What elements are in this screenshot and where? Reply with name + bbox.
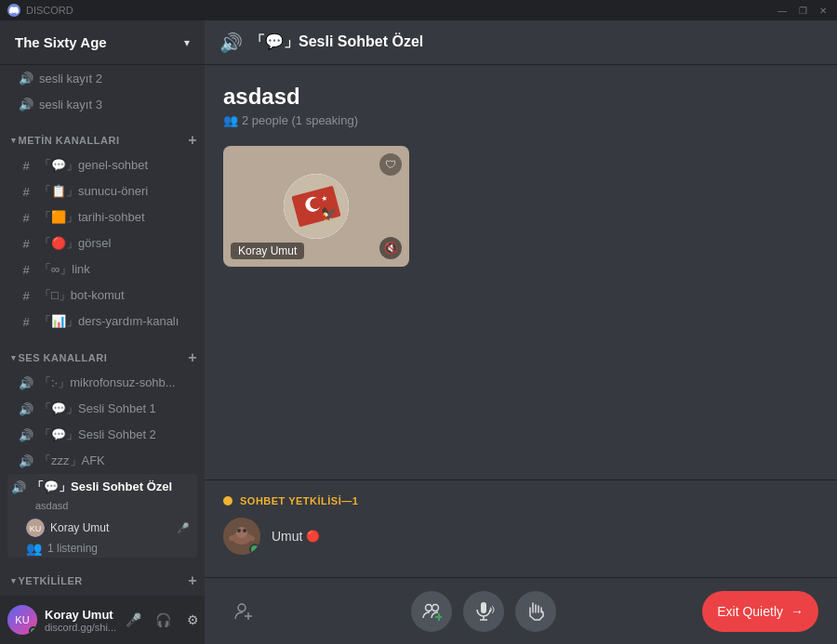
people-icon: 👥 — [223, 113, 238, 127]
voice-participant-koray[interactable]: KU Koray Umut 🎤 — [7, 517, 197, 539]
exit-arrow-icon: → — [790, 604, 804, 619]
status-username: Koray Umut — [45, 608, 116, 622]
channel-label: 「∞」link — [39, 261, 190, 278]
yetkili-channels-header[interactable]: ▾ YETKİLİLER + — [0, 558, 205, 593]
active-channel-name: 「💬」Sesli Sohbet Özel — [32, 479, 172, 495]
volume-icon: 🔊 — [19, 428, 33, 442]
sidebar: The Sixty Age ▾ 🔊 sesli kayıt 2 🔊 sesli … — [0, 20, 205, 644]
sidebar-item-gorsel[interactable]: # 「🔴」görsel — [7, 230, 197, 256]
channel-header-name: 「💬」Sesli Sohbet Özel — [250, 33, 423, 52]
active-volume-icon: 🔊 — [11, 480, 26, 494]
moderator-header: SOHBET YETKİLİSİ—1 — [223, 495, 818, 506]
mod-badge: 🔴 — [306, 530, 320, 543]
section-chevron-icon: ▾ — [11, 353, 17, 362]
volume-icon: 🔊 — [19, 98, 33, 112]
volume-icon: 🔊 — [19, 72, 33, 85]
sidebar-item-sunucu-oneri[interactable]: # 「📋」sunucu-öneri — [7, 178, 197, 204]
sidebar-item-sesli-sohbet-2[interactable]: 🔊 「💬」Sesli Sohbet 2 — [7, 422, 197, 448]
titlebar-left: DISCORD — [7, 4, 73, 17]
server-header[interactable]: The Sixty Age ▾ — [0, 20, 205, 65]
section-title: YETKİLİLER — [19, 575, 189, 586]
headset-toggle-button[interactable]: 🎧 — [150, 607, 176, 633]
sidebar-item-mikrofonsuz[interactable]: 🔊 「:·」mikrofonsuz-sohb... — [7, 370, 197, 396]
bottom-toolbar: Exit Quietly → — [205, 577, 837, 644]
listener-icon: 👥 — [26, 541, 42, 556]
raise-hand-button[interactable] — [515, 591, 556, 632]
svg-text:🦅: 🦅 — [321, 206, 338, 222]
participant-name-tag: Koray Umut — [231, 243, 304, 259]
voice-channels-header[interactable]: ▾ SES KANALLARI + — [0, 335, 205, 370]
main-content: 🔊 「💬」Sesli Sohbet Özel asdasd 👥 2 people… — [205, 20, 837, 644]
listener-label: 1 listening — [47, 542, 98, 555]
voice-participant-listener[interactable]: 👥 1 listening — [7, 539, 197, 558]
svg-point-13 — [243, 529, 246, 532]
channel-label: 「🔴」görsel — [39, 235, 190, 252]
svg-point-11 — [236, 527, 247, 538]
hash-icon: # — [19, 237, 33, 251]
toolbar-center — [411, 591, 556, 632]
mod-username: Umut — [272, 529, 302, 544]
hash-icon: # — [19, 211, 33, 225]
restore-button[interactable]: ❐ — [796, 6, 809, 16]
participant-avatar: KU — [26, 519, 45, 537]
participant-mute-icon: 🔇 — [379, 237, 402, 259]
svg-text:KU: KU — [30, 524, 42, 533]
add-members-button[interactable] — [411, 591, 452, 632]
user-settings-button[interactable]: ⚙ — [179, 607, 205, 633]
add-user-button[interactable] — [223, 591, 264, 632]
minimize-button[interactable]: — — [776, 6, 789, 16]
add-voice-channel-button[interactable]: + — [188, 349, 197, 366]
participant-name: Koray Umut — [238, 244, 297, 257]
mod-avatar — [223, 518, 260, 555]
svg-point-16 — [238, 604, 246, 611]
titlebar: DISCORD — ❐ ✕ — [0, 0, 837, 20]
sidebar-item-sesli-sohbet-1[interactable]: 🔊 「💬」Sesli Sohbet 1 — [7, 396, 197, 422]
hash-icon: # — [19, 315, 33, 329]
text-channels-header[interactable]: ▾ METİN KANALLARI + — [0, 117, 205, 152]
channel-label: 「□」bot-komut — [39, 287, 190, 304]
channel-label: 「📊」ders-yardım-kanalı — [39, 313, 190, 330]
participant-avatar: ★ 🦅 — [284, 174, 349, 239]
exit-quietly-button[interactable]: Exit Quietly → — [702, 591, 818, 632]
channel-label: 「:·」mikrofonsuz-sohb... — [39, 375, 190, 391]
active-voice-sublabel: asdasd — [7, 500, 197, 513]
add-yetkili-channel-button[interactable]: + — [188, 572, 197, 589]
status-tag: discord.gg/shi... — [45, 622, 116, 633]
sidebar-item-link[interactable]: # 「∞」link — [7, 256, 197, 283]
sidebar-item-sesli-kayit-2[interactable]: 🔊 sesli kayıt 2 — [7, 65, 197, 91]
sidebar-item-sesli-kayit-3[interactable]: 🔊 sesli kayıt 3 — [7, 91, 197, 117]
volume-icon: 🔊 — [19, 376, 33, 390]
channel-label: sesli kayıt 2 — [39, 72, 190, 85]
mic-toggle-button[interactable]: 🎤 — [120, 607, 146, 633]
hash-icon: # — [19, 263, 33, 277]
mute-icon: 🎤 — [177, 522, 190, 534]
channel-label: 「🟧」tarihi-sohbet — [39, 209, 190, 226]
sidebar-item-genel-sohbet[interactable]: # 「💬」genel-sohbet — [7, 152, 197, 178]
active-voice-channel: 🔊 「💬」Sesli Sohbet Özel asdasd KU Koray U… — [7, 474, 197, 558]
add-text-channel-button[interactable]: + — [188, 132, 197, 149]
hash-icon: # — [19, 159, 33, 173]
speaking-count: 👥 2 people (1 speaking) — [223, 113, 818, 127]
speaking-text: 2 people (1 speaking) — [242, 113, 358, 127]
sidebar-item-ders-yardim[interactable]: # 「📊」ders-yardım-kanalı — [7, 309, 197, 335]
section-chevron-icon: ▾ — [11, 136, 17, 145]
user-info: Koray Umut discord.gg/shi... — [45, 608, 116, 633]
toolbar-left — [223, 591, 264, 632]
channel-label: 「💬」genel-sohbet — [39, 157, 190, 174]
sidebar-content: 🔊 sesli kayıt 2 🔊 sesli kayıt 3 ▾ METİN … — [0, 65, 205, 596]
sidebar-item-bot-komut[interactable]: # 「□」bot-komut — [7, 283, 197, 309]
sidebar-item-afk[interactable]: 🔊 「zzz」AFK — [7, 448, 197, 474]
server-name: The Sixty Age — [15, 34, 107, 50]
discord-icon — [7, 4, 20, 17]
window-controls: — ❐ ✕ — [776, 6, 830, 16]
section-chevron-icon: ▾ — [11, 576, 17, 585]
mic-effect-button[interactable] — [463, 591, 504, 632]
section-title: METİN KANALLARI — [19, 135, 189, 146]
close-button[interactable]: ✕ — [817, 6, 830, 16]
online-dot — [29, 626, 37, 635]
active-voice-label[interactable]: 🔊 「💬」Sesli Sohbet Özel — [7, 474, 197, 500]
channel-label: 「💬」Sesli Sohbet 2 — [39, 427, 190, 443]
sidebar-item-tarihi-sohbet[interactable]: # 「🟧」tarihi-sohbet — [7, 204, 197, 230]
exit-label: Exit Quietly — [717, 604, 783, 619]
toolbar-right: Exit Quietly → — [702, 591, 818, 632]
